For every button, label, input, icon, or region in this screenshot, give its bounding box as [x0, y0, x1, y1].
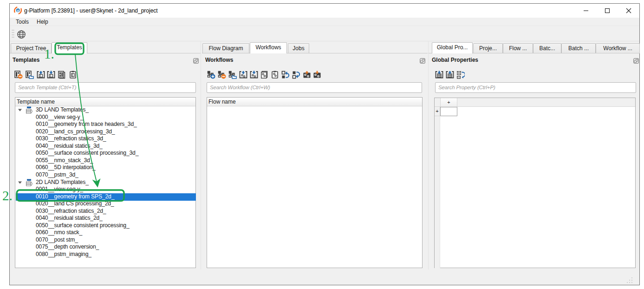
svg-text:g: g: [17, 8, 20, 13]
